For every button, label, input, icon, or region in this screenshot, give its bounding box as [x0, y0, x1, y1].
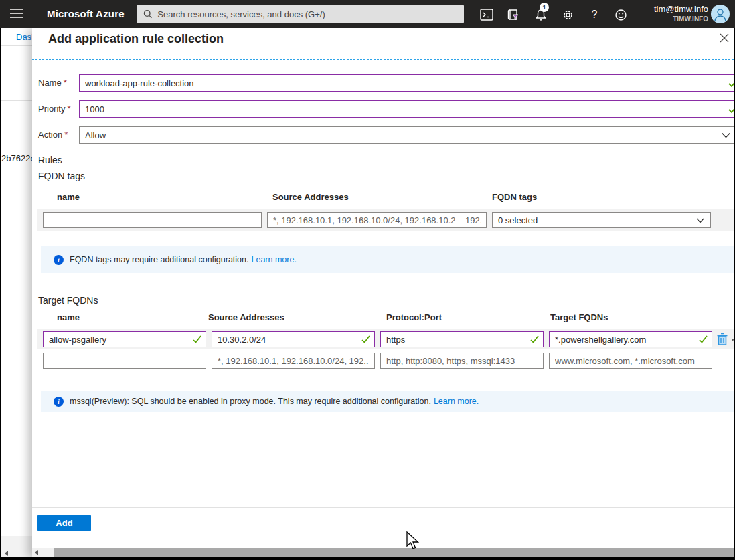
priority-label: Priority* [38, 104, 71, 114]
fqdn-col-tags: FQDN tags [492, 192, 537, 202]
add-button[interactable]: Add [37, 515, 91, 531]
action-label: Action* [38, 130, 68, 140]
azure-brand[interactable]: Microsoft Azure [47, 0, 125, 28]
scroll-left-arrow-icon[interactable] [35, 549, 44, 555]
target-col-name: name [57, 312, 80, 322]
valid-check-icon [699, 335, 708, 343]
new-rule-protocol-cell [380, 353, 544, 369]
add-application-rule-collection-panel: Add application rule collection Name* Pr… [32, 28, 734, 557]
settings-gear-icon[interactable] [560, 7, 575, 22]
valid-check-icon [361, 335, 370, 343]
focus-separator [32, 59, 734, 60]
delete-rule-trash-icon[interactable] [716, 333, 730, 347]
target-col-protocol: Protocol:Port [386, 312, 442, 322]
scrollbar-thumb[interactable] [54, 548, 734, 557]
action-select[interactable]: Allow [79, 126, 734, 144]
rule-name-cell [43, 331, 206, 347]
priority-field[interactable] [79, 100, 734, 118]
valid-check-icon [728, 104, 734, 114]
directory-filter-icon[interactable] [506, 7, 521, 22]
divider [1, 100, 32, 101]
rule-target-cell [549, 331, 712, 347]
global-search[interactable] [137, 5, 464, 23]
feedback-smiley-icon[interactable] [613, 7, 628, 22]
more-options-icon[interactable] [732, 339, 734, 341]
search-icon [143, 9, 152, 19]
account-tenant: TIMW.INFO [636, 15, 708, 23]
learn-more-link[interactable]: Learn more. [434, 397, 479, 406]
info-icon: i [54, 255, 64, 265]
background-page: Dash 2b7622e [1, 28, 32, 557]
target-col-source: Source Addresses [208, 312, 284, 322]
new-rule-target-input[interactable] [549, 353, 712, 369]
cloud-shell-icon[interactable] [479, 7, 494, 22]
resource-id-text: 2b7622e [1, 153, 32, 163]
rule-source-cell [212, 331, 375, 347]
account-email: tim@timw.info [636, 4, 708, 15]
close-icon[interactable] [719, 33, 731, 45]
fqdn-col-source: Source Addresses [272, 192, 349, 202]
avatar[interactable] [711, 5, 730, 23]
valid-check-icon [530, 335, 539, 343]
notification-count-badge: 1 [540, 3, 549, 12]
scroll-left-arrow-icon[interactable] [5, 551, 8, 556]
footer-divider [32, 507, 734, 508]
required-asterisk: * [67, 104, 70, 114]
rules-heading: Rules [38, 155, 62, 165]
rule-protocol-input[interactable] [380, 331, 544, 347]
chevron-down-icon [696, 218, 704, 223]
target-fqdns-heading: Target FQDNs [38, 295, 98, 306]
rule-source-input[interactable] [212, 331, 375, 347]
fqdn-tags-heading: FQDN tags [38, 171, 85, 181]
panel-title: Add application rule collection [48, 32, 224, 46]
info-icon: i [54, 397, 64, 407]
search-input[interactable] [157, 9, 457, 19]
valid-check-icon [193, 335, 201, 343]
new-rule-protocol-input[interactable] [380, 353, 544, 369]
panel-horizontal-scrollbar[interactable] [32, 548, 734, 557]
fqdn-col-name: name [57, 192, 80, 202]
new-rule-name-input[interactable] [43, 353, 206, 369]
new-rule-name-cell [43, 353, 206, 369]
new-rule-target-cell [549, 353, 712, 369]
new-rule-source-input[interactable] [212, 353, 375, 369]
azure-top-bar: Microsoft Azure 1 ? tim@timw.info TIMW.I… [0, 0, 735, 28]
breadcrumb-dashboard-link[interactable]: Dash [16, 32, 32, 42]
background-scrollbar[interactable] [1, 536, 32, 557]
help-icon[interactable]: ? [587, 7, 602, 22]
required-asterisk: * [64, 130, 68, 140]
fqdn-name-cell [43, 212, 262, 228]
learn-more-link[interactable]: Learn more. [252, 255, 297, 264]
fqdn-tags-dropdown[interactable]: 0 selected [492, 212, 711, 228]
name-field[interactable] [79, 74, 734, 92]
divider [1, 45, 32, 46]
target-col-target: Target FQDNs [550, 312, 608, 322]
chevron-down-icon [722, 132, 730, 138]
rule-target-input[interactable] [549, 331, 712, 347]
valid-check-icon [728, 78, 734, 88]
new-rule-source-cell [212, 353, 375, 369]
rule-protocol-cell [380, 331, 544, 347]
fqdn-source-cell [267, 212, 487, 228]
account-info[interactable]: tim@timw.info TIMW.INFO [636, 4, 708, 23]
name-label: Name* [38, 78, 67, 88]
fqdn-source-input[interactable] [267, 212, 487, 228]
fqdn-info-banner: i FQDN tags may require additional confi… [41, 246, 734, 273]
portal-menu-icon[interactable] [10, 9, 23, 19]
fqdn-name-input[interactable] [43, 212, 262, 228]
rule-name-input[interactable] [43, 331, 206, 347]
divider [1, 76, 32, 76]
mssql-info-banner: i mssql(Preview): SQL should be enabled … [41, 391, 734, 412]
required-asterisk: * [64, 78, 67, 88]
